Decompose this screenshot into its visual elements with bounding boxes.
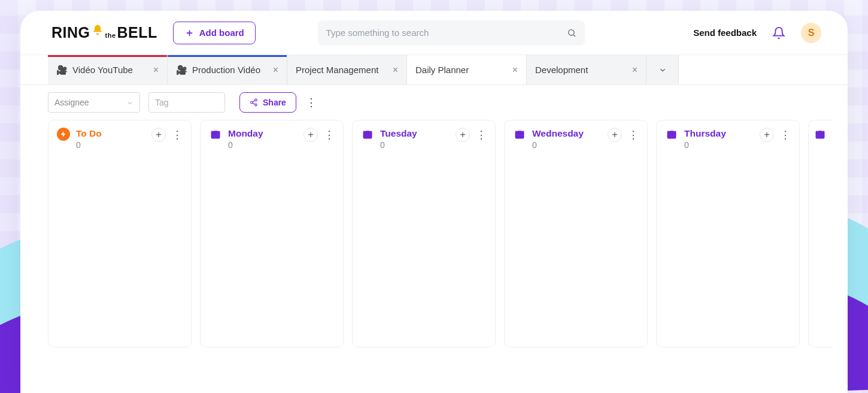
share-icon [250, 98, 258, 107]
tabs-overflow-button[interactable] [647, 55, 679, 84]
chevron-down-icon [126, 99, 133, 106]
close-icon[interactable]: × [393, 65, 398, 75]
column-actions: + ⋮ [151, 128, 183, 142]
column-header: To Do 0 + ⋮ [57, 128, 183, 151]
assignee-select[interactable]: Assignee [48, 92, 140, 113]
column-tuesday: Tuesday 0 + ⋮ [352, 120, 496, 347]
add-board-label: Add board [199, 28, 244, 38]
svg-point-2 [255, 99, 257, 101]
column-wednesday: Wednesday 0 + ⋮ [504, 120, 648, 347]
tab-stripe [48, 55, 167, 57]
calendar-icon [814, 128, 827, 141]
column-title: To Do [76, 128, 102, 139]
add-card-button[interactable]: + [456, 128, 470, 142]
tab-project-management[interactable]: Project Management × [287, 55, 407, 84]
tab-label: Vidéo YouTube [72, 65, 148, 75]
camera-icon: 🎥 [176, 65, 187, 75]
column-title: Monday [228, 128, 263, 139]
column-menu-button[interactable]: ⋮ [476, 128, 487, 141]
chevron-down-icon [658, 66, 667, 74]
column-actions: + ⋮ [760, 128, 791, 142]
add-board-button[interactable]: ＋ Add board [173, 22, 256, 44]
search-input[interactable] [326, 28, 567, 38]
logo: RING the BELL [51, 24, 157, 41]
column-menu-button[interactable]: ⋮ [628, 128, 639, 141]
add-card-button[interactable]: + [151, 128, 166, 142]
close-icon[interactable]: × [512, 65, 518, 75]
topbar: RING the BELL ＋ Add board Send feedback [20, 11, 848, 55]
share-label: Share [263, 98, 286, 107]
tab-label: Project Management [296, 65, 388, 75]
logo-ring: RING [51, 24, 90, 41]
tab-video-youtube[interactable]: 🎥 Vidéo YouTube × [48, 55, 168, 84]
column-count: 0 [76, 140, 102, 151]
column-titles: Wednesday 0 [532, 128, 584, 151]
column-menu-button[interactable]: ⋮ [324, 128, 335, 141]
column-menu-button[interactable]: ⋮ [172, 128, 183, 141]
search-icon [567, 28, 576, 38]
close-icon[interactable]: × [273, 65, 278, 75]
tab-development[interactable]: Development × [527, 55, 647, 84]
avatar-initial: S [808, 28, 815, 38]
avatar[interactable]: S [801, 23, 821, 43]
tab-stripe [168, 55, 287, 57]
calendar-icon [513, 128, 526, 141]
column-titles: Thursday 0 [684, 128, 726, 151]
column-title: Tuesday [380, 128, 417, 139]
search-container [318, 20, 585, 46]
svg-rect-9 [363, 131, 372, 138]
column-count: 0 [532, 140, 584, 151]
column-monday: Monday 0 + ⋮ [200, 120, 344, 347]
close-icon[interactable]: × [153, 65, 159, 75]
column-header: Monday 0 + ⋮ [209, 128, 335, 151]
send-feedback-link[interactable]: Send feedback [693, 28, 757, 38]
tab-label: Production Vidéo [192, 65, 268, 75]
svg-line-5 [253, 103, 255, 104]
share-button[interactable]: Share [239, 92, 296, 113]
tag-input[interactable] [148, 92, 225, 113]
column-actions: + ⋮ [456, 128, 487, 142]
add-card-button[interactable]: + [608, 128, 622, 142]
assignee-placeholder: Assignee [54, 98, 89, 107]
svg-line-6 [253, 101, 255, 102]
column-titles: Monday 0 [228, 128, 263, 151]
svg-point-4 [255, 104, 257, 106]
bell-icon [92, 24, 104, 40]
add-card-button[interactable]: + [304, 128, 318, 142]
logo-bell-text: BELL [117, 24, 157, 41]
column-title: Thursday [684, 128, 726, 139]
topbar-right: Send feedback S [693, 23, 821, 43]
column-menu-button[interactable]: ⋮ [780, 128, 791, 141]
plus-icon: ＋ [184, 26, 195, 40]
tabs-bar: 🎥 Vidéo YouTube × 🎥 Production Vidéo × P… [20, 55, 848, 85]
tab-production-video[interactable]: 🎥 Production Vidéo × [168, 55, 287, 84]
app-window: RING the BELL ＋ Add board Send feedback [20, 11, 848, 393]
column-count: 0 [380, 140, 417, 151]
column-next-partial [808, 120, 833, 347]
add-card-button[interactable]: + [760, 128, 774, 142]
search-box[interactable] [318, 20, 585, 46]
tab-label: Development [535, 65, 627, 75]
close-icon[interactable]: × [632, 65, 638, 75]
board-toolbar: Assignee Share ⋮ [20, 85, 848, 120]
svg-line-1 [573, 35, 575, 37]
calendar-icon [665, 128, 678, 141]
column-count: 0 [228, 140, 263, 151]
logo-the: the [105, 32, 116, 39]
column-todo: To Do 0 + ⋮ [48, 120, 192, 347]
column-count: 0 [684, 140, 726, 151]
tab-label: Daily Planner [415, 65, 508, 75]
camera-icon: 🎥 [56, 65, 68, 75]
todo-icon [57, 128, 70, 141]
calendar-icon [209, 128, 222, 141]
column-title: Wednesday [532, 128, 584, 139]
notifications-button[interactable] [772, 26, 785, 40]
tab-daily-planner[interactable]: Daily Planner × [407, 55, 527, 84]
toolbar-more-button[interactable]: ⋮ [305, 96, 318, 109]
column-thursday: Thursday 0 + ⋮ [656, 120, 800, 347]
calendar-icon [361, 128, 374, 141]
column-actions: + ⋮ [608, 128, 639, 142]
column-actions: + ⋮ [304, 128, 335, 142]
svg-point-0 [568, 29, 573, 35]
svg-rect-12 [816, 131, 825, 138]
